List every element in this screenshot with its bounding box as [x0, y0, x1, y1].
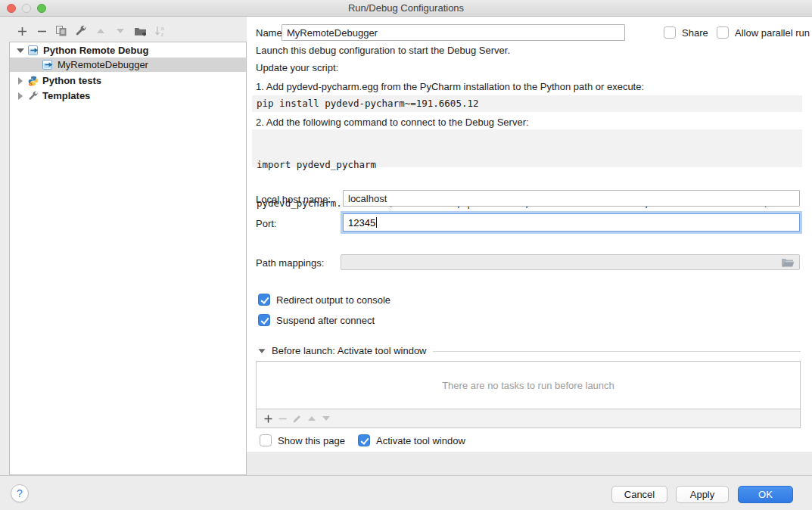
add-icon[interactable]: [261, 411, 275, 426]
run-debug-configurations-dialog: Run/Debug Configurations: [0, 0, 812, 510]
name-label: Name:: [256, 27, 285, 39]
sidebar-toolbar: a z: [12, 23, 170, 39]
before-launch-task-list[interactable]: There are no tasks to run before launch: [256, 361, 801, 409]
port-label: Port:: [256, 218, 276, 229]
show-this-page-label: Show this page: [278, 435, 345, 446]
remove-icon[interactable]: [32, 23, 51, 39]
empty-task-list-message: There are no tasks to run before launch: [442, 380, 614, 391]
tree-item-label: MyRemoteDebugger: [58, 59, 148, 70]
port-value: 12345: [348, 217, 375, 229]
move-down-icon[interactable]: [110, 23, 130, 39]
help-button[interactable]: ?: [11, 484, 29, 502]
configuration-editor: Name: Share Allow parallel run Launch th…: [247, 17, 812, 475]
redirect-output-checkbox[interactable]: Redirect output to console: [258, 294, 390, 306]
chevron-right-icon[interactable]: [16, 92, 25, 100]
run-config-icon: [28, 45, 39, 55]
path-mappings-label: Path mappings:: [256, 257, 324, 269]
wrench-icon: [28, 91, 39, 101]
checkbox-box[interactable]: [258, 314, 270, 326]
configurations-tree: Python Remote Debug MyRemoteDebugger: [9, 42, 247, 475]
description-line-2: Update your script:: [256, 62, 338, 73]
path-mappings-field[interactable]: [341, 254, 800, 270]
local-host-name-input[interactable]: [343, 190, 800, 207]
edit-icon[interactable]: [290, 411, 304, 426]
add-icon[interactable]: [12, 23, 32, 39]
svg-text:z: z: [160, 31, 163, 37]
tree-item-label: Python tests: [42, 75, 101, 86]
before-launch-title: Before launch: Activate tool window: [272, 345, 427, 356]
share-label: Share: [682, 27, 708, 39]
checkbox-box[interactable]: [358, 434, 370, 446]
chevron-down-icon[interactable]: [16, 48, 25, 53]
allow-parallel-run-checkbox[interactable]: Allow parallel run: [717, 26, 810, 39]
move-down-icon[interactable]: [319, 411, 333, 426]
ok-button[interactable]: OK: [738, 486, 793, 503]
text-caret: [376, 217, 377, 228]
run-config-icon: [42, 60, 54, 70]
suspend-after-connect-checkbox[interactable]: Suspend after connect: [258, 314, 375, 326]
section-rule: [433, 351, 801, 352]
tree-item-python-tests[interactable]: Python tests: [10, 73, 246, 88]
cancel-button[interactable]: Cancel: [611, 486, 667, 503]
ok-label: OK: [758, 489, 773, 500]
tree-item-label: Templates: [42, 90, 90, 101]
tree-item-label: Python Remote Debug: [43, 45, 148, 56]
settrace-code-line-1: import pydevd_pycharm: [257, 158, 798, 171]
browse-folder-icon[interactable]: [781, 257, 795, 271]
tree-item-templates[interactable]: Templates: [10, 89, 246, 103]
activate-tool-window-label: Activate tool window: [376, 435, 465, 446]
window-title: Run/Debug Configurations: [0, 2, 812, 14]
tree-item-myremotedebugger[interactable]: MyRemoteDebugger: [10, 58, 246, 72]
local-host-name-label: Local host name:: [256, 194, 331, 205]
remove-icon[interactable]: [275, 411, 290, 426]
port-input[interactable]: 12345: [343, 213, 800, 232]
help-label: ?: [17, 487, 23, 499]
sort-alpha-icon[interactable]: a z: [150, 23, 170, 39]
configurations-sidebar: a z Python Remote Debug MyRemoteDebugger: [0, 17, 247, 475]
before-launch-section-header[interactable]: Before launch: Activate tool window: [258, 345, 801, 356]
share-checkbox[interactable]: Share: [664, 26, 708, 39]
pip-install-code: pip install pydevd-pycharm~=191.6605.12: [252, 95, 802, 112]
checkbox-box[interactable]: [258, 294, 270, 306]
checkbox-box[interactable]: [717, 26, 729, 39]
new-folder-icon[interactable]: [130, 23, 150, 39]
apply-button[interactable]: Apply: [676, 486, 729, 503]
dialog-footer: ? Cancel Apply OK: [0, 475, 812, 510]
before-launch-toolbar: [256, 409, 801, 428]
move-up-icon[interactable]: [304, 411, 319, 426]
description-step-2: 2. Add the following command to connect …: [256, 117, 529, 128]
activate-tool-window-checkbox[interactable]: Activate tool window: [358, 434, 465, 446]
description-line-1: Launch this debug configuration to start…: [256, 45, 510, 56]
collapse-section-icon[interactable]: [259, 349, 266, 353]
checkbox-box[interactable]: [260, 434, 272, 446]
edit-icon[interactable]: [71, 23, 91, 39]
tree-item-python-remote-debug[interactable]: Python Remote Debug: [10, 43, 246, 58]
show-this-page-checkbox[interactable]: Show this page: [260, 434, 345, 446]
suspend-after-connect-label: Suspend after connect: [276, 315, 375, 326]
move-up-icon[interactable]: [91, 23, 110, 39]
checkbox-box[interactable]: [664, 26, 676, 39]
allow-parallel-run-label: Allow parallel run: [735, 27, 810, 39]
copy-icon[interactable]: [51, 23, 71, 39]
titlebar: Run/Debug Configurations: [0, 0, 812, 17]
name-input[interactable]: [282, 24, 625, 41]
cancel-label: Cancel: [624, 489, 655, 500]
apply-label: Apply: [690, 489, 715, 500]
python-icon: [28, 76, 39, 86]
redirect-output-label: Redirect output to console: [276, 294, 390, 306]
chevron-right-icon[interactable]: [16, 77, 25, 85]
description-line-3: 1. Add pydevd-pycharm.egg from the PyCha…: [256, 81, 644, 92]
settrace-code: import pydevd_pycharm pydevd_pycharm.set…: [252, 129, 802, 167]
